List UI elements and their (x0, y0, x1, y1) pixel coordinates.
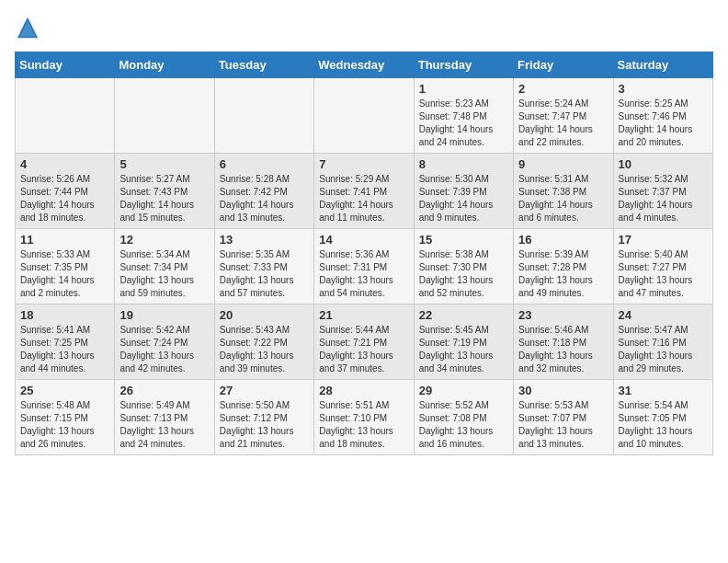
weekday-header-tuesday: Tuesday (214, 52, 313, 78)
day-info: Sunrise: 5:51 AMSunset: 7:10 PMDaylight:… (319, 399, 408, 451)
day-number: 23 (518, 308, 608, 322)
logo (15, 15, 44, 40)
day-info: Sunrise: 5:54 AMSunset: 7:05 PMDaylight:… (619, 399, 708, 451)
day-number: 9 (518, 157, 608, 171)
calendar-cell (115, 78, 214, 154)
day-info: Sunrise: 5:29 AMSunset: 7:41 PMDaylight:… (319, 173, 408, 224)
calendar-cell: 16Sunrise: 5:39 AMSunset: 7:28 PMDayligh… (514, 229, 613, 304)
day-info: Sunrise: 5:23 AMSunset: 7:48 PMDaylight:… (419, 98, 508, 149)
day-number: 2 (518, 82, 608, 96)
calendar-cell (16, 78, 115, 154)
weekday-header-monday: Monday (115, 52, 214, 78)
calendar-cell: 11Sunrise: 5:33 AMSunset: 7:35 PMDayligh… (16, 229, 115, 304)
day-info: Sunrise: 5:40 AMSunset: 7:27 PMDaylight:… (619, 248, 708, 300)
day-number: 31 (619, 384, 708, 397)
day-number: 3 (619, 82, 708, 96)
day-number: 20 (220, 308, 309, 322)
day-info: Sunrise: 5:38 AMSunset: 7:30 PMDaylight:… (419, 248, 508, 300)
day-info: Sunrise: 5:50 AMSunset: 7:12 PMDaylight:… (220, 399, 309, 451)
day-info: Sunrise: 5:34 AMSunset: 7:34 PMDaylight:… (119, 248, 209, 300)
weekday-header-wednesday: Wednesday (314, 52, 414, 78)
calendar-cell: 20Sunrise: 5:43 AMSunset: 7:22 PMDayligh… (214, 304, 313, 380)
day-number: 1 (419, 82, 508, 96)
weekday-header-sunday: Sunday (16, 52, 115, 78)
calendar-cell: 26Sunrise: 5:49 AMSunset: 7:13 PMDayligh… (115, 380, 214, 455)
calendar-cell: 1Sunrise: 5:23 AMSunset: 7:48 PMDaylight… (414, 78, 513, 154)
day-info: Sunrise: 5:30 AMSunset: 7:39 PMDaylight:… (419, 173, 508, 224)
day-number: 29 (419, 384, 508, 397)
calendar-cell: 30Sunrise: 5:53 AMSunset: 7:07 PMDayligh… (514, 380, 613, 455)
calendar-cell: 28Sunrise: 5:51 AMSunset: 7:10 PMDayligh… (314, 380, 414, 455)
day-number: 14 (319, 233, 408, 247)
logo-icon (15, 15, 40, 40)
calendar-week-1: 1Sunrise: 5:23 AMSunset: 7:48 PMDaylight… (16, 78, 713, 154)
page-header (15, 15, 713, 40)
day-info: Sunrise: 5:44 AMSunset: 7:21 PMDaylight:… (319, 324, 408, 375)
calendar-cell: 9Sunrise: 5:31 AMSunset: 7:38 PMDaylight… (514, 154, 613, 229)
day-info: Sunrise: 5:39 AMSunset: 7:28 PMDaylight:… (518, 248, 608, 300)
day-number: 4 (20, 157, 109, 171)
calendar-cell: 18Sunrise: 5:41 AMSunset: 7:25 PMDayligh… (16, 304, 115, 380)
calendar-cell: 6Sunrise: 5:28 AMSunset: 7:42 PMDaylight… (214, 154, 313, 229)
day-info: Sunrise: 5:35 AMSunset: 7:33 PMDaylight:… (220, 248, 309, 300)
calendar-cell: 23Sunrise: 5:46 AMSunset: 7:18 PMDayligh… (514, 304, 613, 380)
calendar-cell: 10Sunrise: 5:32 AMSunset: 7:37 PMDayligh… (613, 154, 712, 229)
calendar-cell: 29Sunrise: 5:52 AMSunset: 7:08 PMDayligh… (414, 380, 513, 455)
calendar-cell: 17Sunrise: 5:40 AMSunset: 7:27 PMDayligh… (613, 229, 712, 304)
day-number: 16 (518, 233, 608, 247)
calendar-cell: 7Sunrise: 5:29 AMSunset: 7:41 PMDaylight… (314, 154, 414, 229)
weekday-header-friday: Friday (514, 52, 613, 78)
calendar-cell: 21Sunrise: 5:44 AMSunset: 7:21 PMDayligh… (314, 304, 414, 380)
calendar-cell: 12Sunrise: 5:34 AMSunset: 7:34 PMDayligh… (115, 229, 214, 304)
day-number: 12 (119, 233, 209, 247)
calendar-cell: 5Sunrise: 5:27 AMSunset: 7:43 PMDaylight… (115, 154, 214, 229)
day-number: 11 (20, 233, 109, 247)
day-number: 6 (220, 157, 309, 171)
day-info: Sunrise: 5:47 AMSunset: 7:16 PMDaylight:… (619, 324, 708, 375)
day-info: Sunrise: 5:42 AMSunset: 7:24 PMDaylight:… (119, 324, 209, 375)
day-number: 25 (20, 384, 109, 397)
weekday-header-saturday: Saturday (613, 52, 712, 78)
calendar-table: SundayMondayTuesdayWednesdayThursdayFrid… (15, 52, 713, 455)
day-info: Sunrise: 5:41 AMSunset: 7:25 PMDaylight:… (20, 324, 109, 375)
day-number: 8 (419, 157, 508, 171)
calendar-cell (314, 78, 414, 154)
day-number: 22 (419, 308, 508, 322)
day-info: Sunrise: 5:32 AMSunset: 7:37 PMDaylight:… (619, 173, 708, 224)
day-number: 5 (119, 157, 209, 171)
calendar-cell: 24Sunrise: 5:47 AMSunset: 7:16 PMDayligh… (613, 304, 712, 380)
day-info: Sunrise: 5:36 AMSunset: 7:31 PMDaylight:… (319, 248, 408, 300)
day-number: 21 (319, 308, 408, 322)
calendar-cell: 13Sunrise: 5:35 AMSunset: 7:33 PMDayligh… (214, 229, 313, 304)
calendar-cell: 25Sunrise: 5:48 AMSunset: 7:15 PMDayligh… (16, 380, 115, 455)
day-number: 19 (119, 308, 209, 322)
calendar-week-2: 4Sunrise: 5:26 AMSunset: 7:44 PMDaylight… (16, 154, 713, 229)
calendar-cell (214, 78, 313, 154)
calendar-cell: 15Sunrise: 5:38 AMSunset: 7:30 PMDayligh… (414, 229, 513, 304)
calendar-header: SundayMondayTuesdayWednesdayThursdayFrid… (16, 52, 713, 78)
day-info: Sunrise: 5:46 AMSunset: 7:18 PMDaylight:… (518, 324, 608, 375)
calendar-week-3: 11Sunrise: 5:33 AMSunset: 7:35 PMDayligh… (16, 229, 713, 304)
weekday-header-thursday: Thursday (414, 52, 513, 78)
day-info: Sunrise: 5:31 AMSunset: 7:38 PMDaylight:… (518, 173, 608, 224)
calendar-cell: 3Sunrise: 5:25 AMSunset: 7:46 PMDaylight… (613, 78, 712, 154)
day-number: 30 (518, 384, 608, 397)
day-info: Sunrise: 5:43 AMSunset: 7:22 PMDaylight:… (220, 324, 309, 375)
day-info: Sunrise: 5:25 AMSunset: 7:46 PMDaylight:… (619, 98, 708, 149)
calendar-week-4: 18Sunrise: 5:41 AMSunset: 7:25 PMDayligh… (16, 304, 713, 380)
day-info: Sunrise: 5:27 AMSunset: 7:43 PMDaylight:… (119, 173, 209, 224)
calendar-week-5: 25Sunrise: 5:48 AMSunset: 7:15 PMDayligh… (16, 380, 713, 455)
day-number: 10 (619, 157, 708, 171)
calendar-cell: 22Sunrise: 5:45 AMSunset: 7:19 PMDayligh… (414, 304, 513, 380)
day-info: Sunrise: 5:45 AMSunset: 7:19 PMDaylight:… (419, 324, 508, 375)
day-info: Sunrise: 5:49 AMSunset: 7:13 PMDaylight:… (119, 399, 209, 451)
day-number: 15 (419, 233, 508, 247)
calendar-cell: 8Sunrise: 5:30 AMSunset: 7:39 PMDaylight… (414, 154, 513, 229)
calendar-cell: 19Sunrise: 5:42 AMSunset: 7:24 PMDayligh… (115, 304, 214, 380)
day-info: Sunrise: 5:33 AMSunset: 7:35 PMDaylight:… (20, 248, 109, 300)
day-number: 18 (20, 308, 109, 322)
day-info: Sunrise: 5:24 AMSunset: 7:47 PMDaylight:… (518, 98, 608, 149)
day-number: 17 (619, 233, 708, 247)
day-info: Sunrise: 5:28 AMSunset: 7:42 PMDaylight:… (220, 173, 309, 224)
calendar-cell: 4Sunrise: 5:26 AMSunset: 7:44 PMDaylight… (16, 154, 115, 229)
